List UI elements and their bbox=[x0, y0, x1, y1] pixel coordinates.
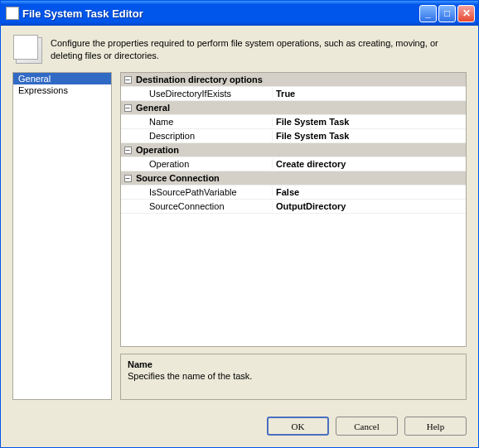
expand-icon[interactable]: – bbox=[121, 146, 133, 154]
window: File System Task Editor _ □ ✕ Configure … bbox=[0, 0, 479, 448]
content-area: General Expressions – Destination direct… bbox=[1, 72, 478, 408]
prop-issourcepathvariable[interactable]: IsSourcePathVariable False bbox=[121, 185, 466, 200]
titlebar: File System Task Editor _ □ ✕ bbox=[1, 1, 478, 26]
window-title: File System Task Editor bbox=[22, 7, 419, 20]
property-grid: – Destination directory options UseDirec… bbox=[120, 72, 467, 347]
prop-description[interactable]: Description File System Task bbox=[121, 129, 466, 143]
group-destination[interactable]: – Destination directory options bbox=[121, 73, 466, 87]
main-panel: – Destination directory options UseDirec… bbox=[120, 72, 467, 400]
dialog-footer: OK Cancel Help bbox=[1, 408, 478, 447]
maximize-button[interactable]: □ bbox=[438, 5, 456, 22]
help-title: Name bbox=[128, 359, 459, 369]
group-general[interactable]: – General bbox=[121, 101, 466, 115]
window-controls: _ □ ✕ bbox=[419, 5, 475, 22]
sidebar-item-expressions[interactable]: Expressions bbox=[13, 84, 111, 96]
expand-icon[interactable]: – bbox=[121, 75, 133, 84]
prop-name[interactable]: Name File System Task bbox=[121, 115, 466, 129]
app-icon bbox=[6, 7, 19, 20]
group-source-connection[interactable]: – Source Connection bbox=[121, 171, 466, 185]
close-button[interactable]: ✕ bbox=[457, 5, 475, 22]
expand-icon[interactable]: – bbox=[121, 104, 133, 112]
help-description: Specifies the name of the task. bbox=[128, 371, 459, 381]
prop-sourceconnection[interactable]: SourceConnection OutputDirectory bbox=[121, 200, 466, 214]
task-icon bbox=[16, 37, 42, 64]
sidebar-item-general[interactable]: General bbox=[13, 73, 111, 84]
group-operation[interactable]: – Operation bbox=[121, 143, 466, 157]
expand-icon[interactable]: – bbox=[121, 174, 133, 182]
dialog-header: Configure the properties required to per… bbox=[1, 26, 478, 72]
dialog-description: Configure the properties required to per… bbox=[51, 37, 463, 63]
help-panel: Name Specifies the name of the task. bbox=[120, 354, 467, 400]
minimize-button[interactable]: _ bbox=[419, 5, 437, 22]
cancel-button[interactable]: Cancel bbox=[336, 417, 398, 436]
ok-button[interactable]: OK bbox=[267, 417, 329, 436]
page-sidebar: General Expressions bbox=[12, 72, 112, 400]
prop-usedirectoryifexists[interactable]: UseDirectoryIfExists True bbox=[121, 87, 466, 101]
prop-operation[interactable]: Operation Create directory bbox=[121, 157, 466, 171]
help-button[interactable]: Help bbox=[404, 417, 467, 436]
